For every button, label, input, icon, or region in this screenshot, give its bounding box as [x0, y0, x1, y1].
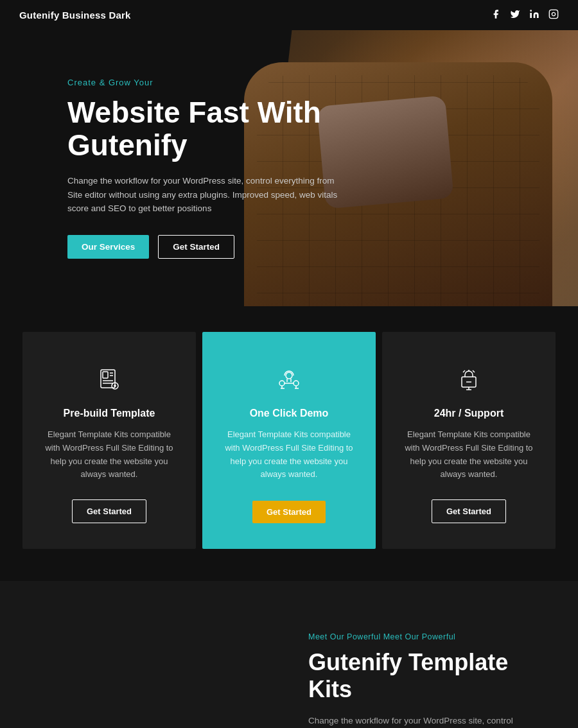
about-subtitle: Meet Our Powerful Meet Our Powerful [308, 632, 552, 641]
svg-rect-1 [549, 10, 557, 18]
service-card-support: 24hr / Support Elegant Template Kits com… [382, 332, 556, 549]
about-title: Gutenify Template Kits [308, 649, 552, 702]
twitter-icon[interactable] [510, 9, 520, 21]
prebuild-title: Pre-build Template [64, 408, 155, 419]
prebuild-get-started-button[interactable]: Get Started [72, 499, 146, 523]
support-description: Elegant Template Kits compatible with Wo… [401, 428, 536, 481]
facebook-icon[interactable] [491, 9, 501, 21]
about-content: Meet Our Powerful Meet Our Powerful Gute… [308, 632, 552, 728]
prebuild-description: Elegant Template Kits compatible with Wo… [42, 428, 177, 481]
hero-section: Create & Grow Your Website Fast With Gut… [0, 30, 578, 306]
support-title: 24hr / Support [434, 408, 504, 419]
prebuild-icon [93, 364, 125, 396]
site-title: Gutenify Business Dark [19, 10, 131, 21]
about-section: Meet Our Powerful Meet Our Powerful Gute… [0, 581, 578, 728]
hero-subtitle: Create & Grow Your [67, 78, 340, 87]
svg-point-11 [279, 381, 285, 386]
hero-description: Change the workflow for your WordPress s… [67, 174, 340, 216]
support-get-started-button[interactable]: Get Started [432, 499, 506, 523]
svg-point-0 [530, 10, 532, 12]
hero-title: Website Fast With Gutenify [67, 96, 340, 161]
about-image-area [26, 640, 270, 728]
oneclickdemo-icon [273, 364, 305, 396]
oneclickdemo-get-started-button[interactable]: Get Started [252, 501, 326, 523]
get-started-button[interactable]: Get Started [158, 235, 234, 259]
linkedin-icon[interactable] [529, 9, 539, 21]
services-section: Pre-build Template Elegant Template Kits… [0, 306, 578, 581]
instagram-icon[interactable] [548, 9, 559, 21]
coffee-beans [26, 724, 250, 728]
hero-content: Create & Grow Your Website Fast With Gut… [0, 39, 360, 297]
support-icon [453, 364, 485, 396]
about-description: Change the workflow for your WordPress s… [308, 714, 552, 728]
our-services-button[interactable]: Our Services [67, 235, 149, 259]
services-grid: Pre-build Template Elegant Template Kits… [19, 332, 559, 549]
svg-point-12 [293, 381, 299, 386]
social-icons [491, 9, 559, 21]
site-header: Gutenify Business Dark [0, 0, 578, 30]
svg-point-10 [286, 372, 292, 379]
oneclickdemo-title: One Click Demo [250, 408, 329, 419]
service-card-prebuild: Pre-build Template Elegant Template Kits… [22, 332, 196, 549]
svg-rect-4 [103, 372, 108, 378]
oneclickdemo-description: Elegant Template Kits compatible with Wo… [222, 428, 356, 481]
service-card-oneclickdemo: One Click Demo Elegant Template Kits com… [202, 332, 376, 549]
hero-buttons: Our Services Get Started [67, 235, 340, 259]
